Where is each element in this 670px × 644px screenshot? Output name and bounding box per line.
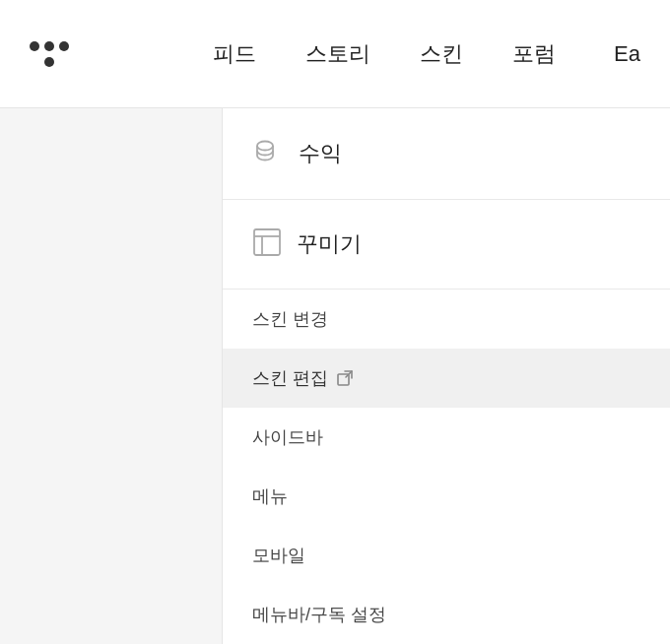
submenu-skin-edit[interactable]: 스킨 편집 <box>223 349 670 408</box>
external-link-icon <box>336 369 354 387</box>
menu-section-decorate[interactable]: 꾸미기 <box>223 200 670 290</box>
submenu-menu[interactable]: 메뉴 <box>223 467 670 526</box>
decorate-label: 꾸미기 <box>297 229 362 259</box>
logo-dot-2 <box>44 41 54 51</box>
svg-point-0 <box>257 142 273 151</box>
submenu-sidebar[interactable]: 사이드바 <box>223 408 670 467</box>
nav-right-label[interactable]: Ea <box>614 41 640 67</box>
submenu-menubar-subscription[interactable]: 메뉴바/구독 설정 <box>223 585 670 644</box>
submenu-mobile[interactable]: 모바일 <box>223 526 670 585</box>
revenue-label: 수익 <box>299 139 342 168</box>
nav-link-forum[interactable]: 포럼 <box>512 39 556 69</box>
left-sidebar <box>0 108 222 644</box>
top-navigation: 피드 스토리 스킨 포럼 Ea <box>0 0 670 108</box>
svg-rect-1 <box>254 229 280 255</box>
right-panel: 수익 꾸미기 스킨 변경 스킨 편집 <box>222 108 670 644</box>
nav-link-story[interactable]: 스토리 <box>305 39 370 69</box>
layout-icon <box>252 227 282 261</box>
logo[interactable] <box>30 41 69 67</box>
submenu-skin-edit-label: 스킨 편집 <box>252 366 328 390</box>
nav-link-feed[interactable]: 피드 <box>213 39 256 69</box>
submenu-skin-change[interactable]: 스킨 변경 <box>223 290 670 349</box>
menu-section-revenue[interactable]: 수익 <box>223 108 670 200</box>
logo-dot-4 <box>44 57 54 67</box>
nav-link-skin[interactable]: 스킨 <box>420 39 463 69</box>
main-content: 수익 꾸미기 스킨 변경 스킨 편집 <box>0 108 670 644</box>
logo-dot-1 <box>30 41 39 51</box>
logo-dots <box>30 41 69 51</box>
nav-links: 피드 스토리 스킨 포럼 <box>128 39 640 69</box>
logo-dot-3 <box>59 41 69 51</box>
coins-icon <box>252 136 284 171</box>
